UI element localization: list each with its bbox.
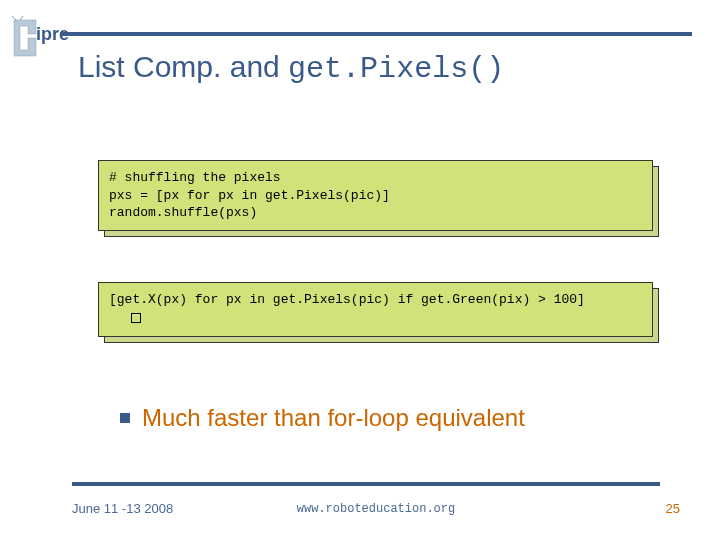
top-divider <box>60 32 692 36</box>
footer-url: www.roboteducation.org <box>72 502 680 516</box>
code-block-content: # shuffling the pixels pxs = [px for px … <box>98 160 653 231</box>
bottom-divider <box>72 482 660 486</box>
code-line: [get.X(px) for px in get.Pixels(pic) if … <box>109 292 585 307</box>
bullet-square-icon <box>120 413 130 423</box>
svg-line-0 <box>11 16 16 20</box>
svg-line-1 <box>20 16 24 20</box>
placeholder-box-icon <box>131 313 141 323</box>
bullet-text: Much faster than for-loop equivalent <box>142 404 525 432</box>
page-title: List Comp. and get.Pixels() <box>78 50 504 86</box>
ipre-logo: ipre <box>6 16 84 64</box>
code-block-1: # shuffling the pixels pxs = [px for px … <box>98 160 653 231</box>
title-code: get.Pixels() <box>288 52 504 86</box>
logo-text: ipre <box>36 24 69 44</box>
code-block-2: [get.X(px) for px in get.Pixels(pic) if … <box>98 282 653 337</box>
footer: June 11 -13 2008 www.roboteducation.org … <box>72 501 680 516</box>
title-text: List Comp. and <box>78 50 288 83</box>
code-block-content: [get.X(px) for px in get.Pixels(pic) if … <box>98 282 653 337</box>
bullet-item: Much faster than for-loop equivalent <box>120 404 525 432</box>
